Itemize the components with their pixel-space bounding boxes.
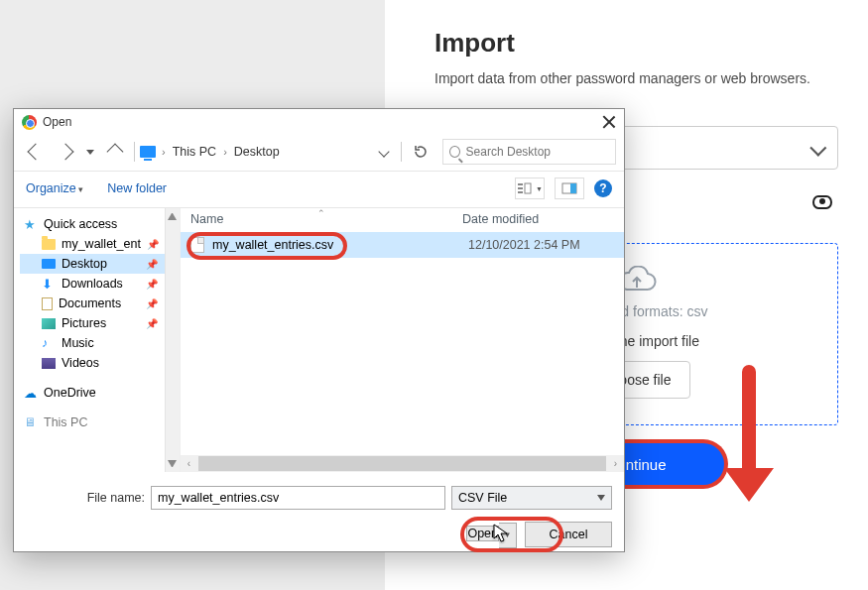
sidebar-label: This PC (44, 415, 87, 429)
sidebar-label: Pictures (62, 316, 106, 330)
sidebar-item[interactable]: Videos (20, 353, 180, 373)
music-icon: ♪ (42, 336, 56, 350)
scroll-right-icon: › (607, 455, 624, 472)
open-button[interactable]: Open (466, 526, 499, 541)
sidebar-item[interactable]: ♪Music (20, 333, 180, 353)
nav-sidebar: ★ Quick access my_wallet_ent📌 Desktop📌 ⬇… (14, 208, 181, 472)
sidebar-label: my_wallet_ent (62, 237, 141, 251)
column-header-date[interactable]: Date modified (462, 212, 614, 226)
file-type-label: CSV File (458, 491, 507, 505)
sidebar-item[interactable]: my_wallet_ent📌 (20, 234, 180, 254)
organize-menu[interactable]: Organize (26, 181, 83, 195)
close-button[interactable] (602, 115, 616, 129)
file-name-input[interactable] (151, 486, 445, 510)
svg-rect-1 (518, 187, 523, 189)
scrollbar-thumb[interactable] (198, 456, 606, 471)
pin-icon: 📌 (146, 298, 158, 309)
file-type-select[interactable]: CSV File (451, 486, 612, 510)
sidebar-label: OneDrive (44, 386, 96, 400)
this-pc-icon: 🖥 (24, 415, 38, 429)
page-title: Import (434, 28, 838, 59)
open-dropdown-button[interactable]: ▼ (499, 523, 517, 548)
sidebar-label: Quick access (44, 217, 117, 231)
sidebar-quick-access[interactable]: ★ Quick access (20, 214, 180, 234)
dialog-title: Open (43, 115, 602, 129)
downloads-icon: ⬇ (42, 277, 56, 291)
onedrive-icon: ☁ (24, 386, 38, 400)
sidebar-item[interactable]: Documents📌 (20, 294, 180, 313)
file-row[interactable]: my_wallet_entries.csv 12/10/2021 2:54 PM (181, 232, 624, 258)
sidebar-item[interactable]: Pictures📌 (20, 313, 180, 333)
eye-icon[interactable] (812, 195, 832, 209)
horizontal-scrollbar[interactable]: ‹ › (181, 455, 624, 472)
svg-rect-3 (525, 183, 531, 193)
search-field[interactable] (466, 145, 609, 159)
chevron-right-icon: › (160, 146, 168, 158)
pin-icon: 📌 (146, 318, 158, 329)
page-subtitle: Import data from other password managers… (434, 70, 838, 86)
folder-icon (42, 239, 56, 250)
breadcrumb-dropdown-icon[interactable] (378, 146, 389, 157)
file-icon (190, 237, 204, 253)
file-date: 12/10/2021 2:54 PM (468, 238, 580, 252)
sidebar-scrollbar[interactable] (165, 208, 180, 472)
refresh-button[interactable] (407, 139, 434, 165)
sidebar-label: Desktop (62, 257, 107, 271)
svg-rect-5 (570, 183, 576, 193)
pictures-icon (42, 318, 56, 329)
sidebar-label: Music (62, 336, 94, 350)
svg-rect-2 (518, 191, 523, 193)
nav-up-button[interactable] (101, 139, 129, 165)
sidebar-label: Downloads (62, 277, 123, 291)
view-mode-button[interactable]: ▼ (515, 177, 545, 199)
chevron-right-icon: › (221, 146, 229, 158)
file-list: ⌃ Name Date modified my_wallet_entries.c… (181, 208, 624, 472)
sidebar-item-desktop[interactable]: Desktop📌 (20, 254, 180, 274)
search-icon (449, 146, 460, 158)
star-icon: ★ (24, 217, 38, 231)
cancel-button[interactable]: Cancel (525, 522, 612, 547)
scroll-up-icon (168, 211, 177, 220)
open-file-dialog: Open › This PC › Desktop Organize New fo… (13, 108, 625, 552)
sidebar-this-pc[interactable]: 🖥This PC (20, 413, 180, 432)
column-header-name[interactable]: Name (190, 212, 462, 226)
chrome-icon (22, 115, 37, 130)
videos-icon (42, 358, 56, 369)
help-button[interactable]: ? (594, 179, 612, 197)
sidebar-label: Documents (59, 296, 121, 310)
nav-back-button[interactable] (22, 139, 50, 165)
svg-rect-0 (518, 183, 523, 185)
preview-icon (561, 182, 577, 194)
sort-indicator-icon: ⌃ (317, 208, 325, 218)
search-input[interactable] (442, 139, 616, 165)
scroll-left-icon: ‹ (181, 455, 197, 472)
breadcrumb-seg[interactable]: This PC (170, 145, 219, 159)
sidebar-label: Videos (62, 356, 99, 370)
documents-icon (42, 297, 53, 310)
pin-icon: 📌 (147, 239, 159, 250)
nav-forward-button[interactable] (52, 139, 79, 165)
new-folder-button[interactable]: New folder (107, 181, 167, 195)
sidebar-item[interactable]: ⬇Downloads📌 (20, 274, 180, 294)
pin-icon: 📌 (146, 279, 158, 290)
breadcrumb-seg[interactable]: Desktop (231, 145, 283, 159)
scroll-down-icon (168, 460, 177, 469)
sidebar-onedrive[interactable]: ☁OneDrive (20, 383, 180, 403)
desktop-icon (42, 259, 56, 269)
file-name-label: File name: (26, 491, 145, 505)
file-name: my_wallet_entries.csv (212, 238, 468, 252)
pin-icon: 📌 (146, 259, 158, 270)
nav-recent-button[interactable] (81, 139, 99, 165)
list-view-icon (517, 182, 533, 194)
preview-pane-button[interactable] (555, 177, 584, 199)
this-pc-icon (140, 146, 156, 158)
